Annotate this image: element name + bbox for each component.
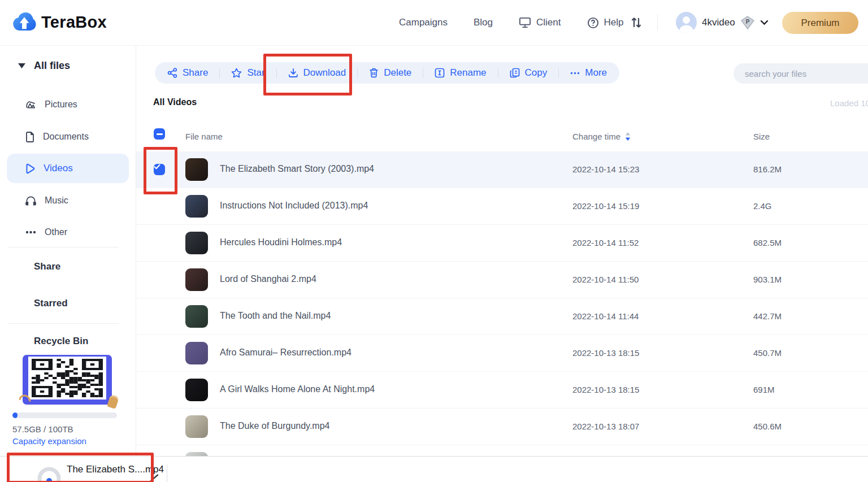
- transfer-list-icon[interactable]: [631, 16, 642, 29]
- change-time: 2022-10-14 11:50: [572, 275, 639, 284]
- sidebar-item-other[interactable]: Other: [7, 221, 129, 244]
- qr-code-promo[interactable]: [23, 355, 112, 405]
- transfer-bar[interactable]: The Elizabeth S....mp4: [0, 456, 868, 482]
- monitor-icon: [519, 17, 531, 28]
- table-row[interactable]: Hercules Houdini Holmes.mp4 2022-10-14 1…: [136, 225, 868, 262]
- videos-icon: [25, 163, 35, 174]
- file-name[interactable]: Lord of Shanghai 2.mp4: [220, 274, 316, 284]
- sidebar-item-label: Music: [45, 196, 68, 206]
- nav-blog[interactable]: Blog: [474, 17, 493, 28]
- change-time: 2022-10-13 18:07: [572, 422, 639, 431]
- all-files-label: All files: [34, 60, 70, 72]
- file-name[interactable]: Afro Samurai– Resurrection.mp4: [220, 348, 351, 358]
- sidebar-all-files[interactable]: All files: [18, 60, 70, 72]
- file-name[interactable]: The Duke of Burgundy.mp4: [220, 421, 329, 431]
- storage-progress-bar: [12, 412, 117, 418]
- change-time: 2022-10-14 11:52: [572, 238, 639, 247]
- table-row[interactable]: The Tooth and the Nail.mp4 2022-10-14 11…: [136, 298, 868, 335]
- table-row[interactable]: The Elizabeth Smart Story (2003).mp4 202…: [136, 151, 868, 188]
- qr-code: [32, 359, 103, 397]
- premium-button[interactable]: Premium: [782, 12, 858, 34]
- more-label: More: [585, 67, 607, 79]
- sidebar-item-videos[interactable]: Videos: [7, 154, 129, 183]
- row-checkbox[interactable]: [154, 164, 165, 175]
- star-label: Star: [247, 67, 264, 79]
- copy-button[interactable]: Copy: [498, 67, 559, 79]
- file-name[interactable]: The Elizabeth Smart Story (2003).mp4: [220, 164, 374, 174]
- copy-label: Copy: [525, 67, 548, 79]
- video-thumbnail: [185, 195, 208, 218]
- table-row[interactable]: The Duke of Burgundy.mp4 2022-10-13 18:0…: [136, 409, 868, 445]
- expand-transfers-icon[interactable]: [149, 474, 159, 482]
- rename-button[interactable]: Rename: [423, 67, 497, 79]
- table-row[interactable]: Afro Samurai– Resurrection.mp4 2022-10-1…: [136, 335, 868, 372]
- video-thumbnail: [185, 415, 208, 438]
- share-button[interactable]: Share: [156, 67, 219, 79]
- main-content: Share Star Download: [136, 45, 868, 482]
- transfer-bar-divider: [167, 464, 167, 482]
- terabox-logo[interactable]: TeraBox: [12, 12, 107, 32]
- table-row[interactable]: Instructions Not Included (2013).mp4 202…: [136, 188, 868, 225]
- star-button[interactable]: Star: [220, 67, 276, 79]
- file-name[interactable]: Hercules Houdini Holmes.mp4: [220, 237, 342, 247]
- search-input[interactable]: [734, 63, 868, 84]
- select-all-checkbox[interactable]: [154, 128, 165, 140]
- sidebar-item-music[interactable]: Music: [7, 189, 129, 212]
- user-menu[interactable]: 4kvideo P: [676, 12, 769, 33]
- table-row[interactable]: Lord of Shanghai 2.mp4 2022-10-14 11:50 …: [136, 262, 868, 298]
- file-size: 816.2M: [753, 164, 782, 174]
- other-icon: [25, 231, 36, 234]
- rename-label: Rename: [450, 67, 486, 79]
- rename-icon: [435, 68, 445, 78]
- nav-help[interactable]: Help: [587, 17, 624, 29]
- sidebar: All files Pictures Documents: [0, 45, 136, 457]
- file-list: The Elizabeth Smart Story (2003).mp4 202…: [136, 151, 868, 482]
- file-name[interactable]: Instructions Not Included (2013).mp4: [220, 201, 368, 211]
- sidebar-item-documents[interactable]: Documents: [7, 125, 129, 148]
- change-time: 2022-10-14 15:19: [572, 201, 639, 211]
- column-change-time[interactable]: Change time: [572, 132, 631, 141]
- top-navigation: Campaigns Blog Client Help: [399, 0, 623, 45]
- svg-text:P: P: [745, 18, 749, 24]
- more-icon: [570, 72, 580, 75]
- file-toolbar: Share Star Download: [155, 62, 619, 84]
- sidebar-item-share[interactable]: Share: [34, 261, 60, 272]
- file-size: 442.7M: [753, 311, 782, 321]
- share-label: Share: [183, 67, 208, 79]
- premium-badge-icon: P: [740, 16, 755, 29]
- sidebar-item-pictures[interactable]: Pictures: [7, 93, 129, 116]
- storage-progress-fill: [12, 412, 18, 418]
- column-file-name[interactable]: File name: [185, 132, 223, 141]
- share-icon: [167, 68, 177, 78]
- download-icon: [288, 68, 298, 78]
- sidebar-item-starred[interactable]: Starred: [34, 298, 68, 309]
- file-name[interactable]: The Tooth and the Nail.mp4: [220, 311, 331, 321]
- brand-name: TeraBox: [41, 13, 107, 32]
- download-label: Download: [303, 67, 346, 79]
- nav-campaigns[interactable]: Campaigns: [399, 17, 448, 28]
- capacity-expansion-link[interactable]: Capacity expansion: [12, 436, 86, 446]
- file-size: 2.4G: [753, 201, 772, 211]
- sidebar-item-label: Pictures: [45, 99, 77, 110]
- column-size[interactable]: Size: [753, 132, 770, 141]
- download-button[interactable]: Download: [277, 67, 358, 79]
- nav-client[interactable]: Client: [519, 17, 561, 28]
- change-time: 2022-10-13 18:15: [572, 348, 639, 358]
- header-divider: [657, 15, 658, 31]
- file-size: 450.7M: [753, 348, 782, 358]
- delete-button[interactable]: Delete: [358, 67, 423, 79]
- nav-client-label: Client: [536, 17, 561, 28]
- table-row[interactable]: A Girl Walks Home Alone At Night.mp4 202…: [136, 372, 868, 409]
- chevron-down-icon: [760, 20, 769, 25]
- more-button[interactable]: More: [559, 67, 618, 79]
- page-title: All Videos: [153, 97, 197, 107]
- delete-icon: [369, 68, 379, 78]
- copy-icon: [510, 68, 520, 78]
- documents-icon: [25, 132, 34, 142]
- video-thumbnail: [185, 232, 208, 254]
- sidebar-item-recycle-bin[interactable]: Recycle Bin: [34, 336, 88, 347]
- file-name[interactable]: A Girl Walks Home Alone At Night.mp4: [220, 384, 375, 394]
- video-thumbnail: [185, 379, 208, 401]
- nav-help-label: Help: [604, 17, 624, 28]
- file-size: 691M: [753, 385, 775, 394]
